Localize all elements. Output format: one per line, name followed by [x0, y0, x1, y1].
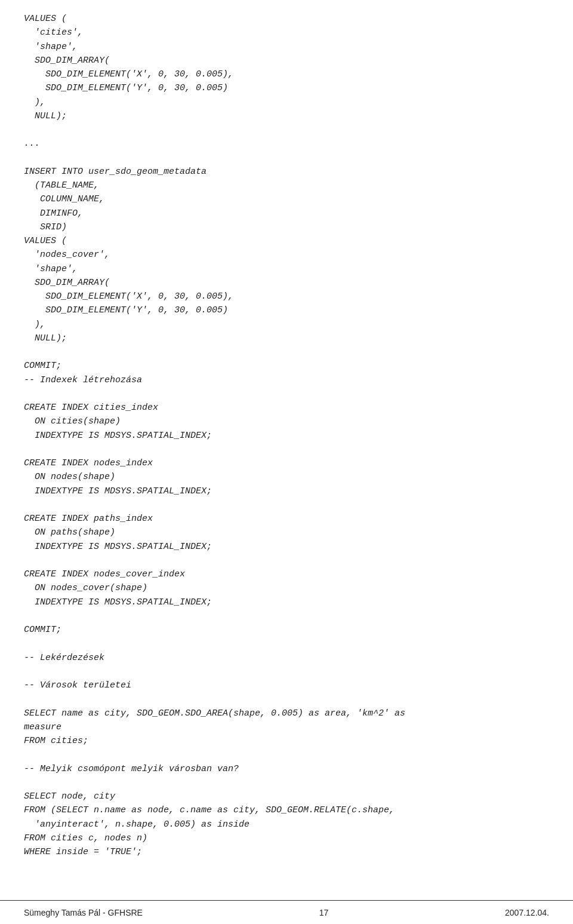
footer-author: Sümeghy Tamás Pál - GFHSRE	[24, 908, 143, 917]
code-block: VALUES ( 'cities', 'shape', SDO_DIM_ARRA…	[24, 12, 549, 859]
footer-date: 2007.12.04.	[505, 908, 549, 917]
page-content: VALUES ( 'cities', 'shape', SDO_DIM_ARRA…	[0, 0, 573, 895]
footer-page: 17	[319, 908, 329, 917]
footer: Sümeghy Tamás Pál - GFHSRE 17 2007.12.04…	[0, 900, 573, 924]
